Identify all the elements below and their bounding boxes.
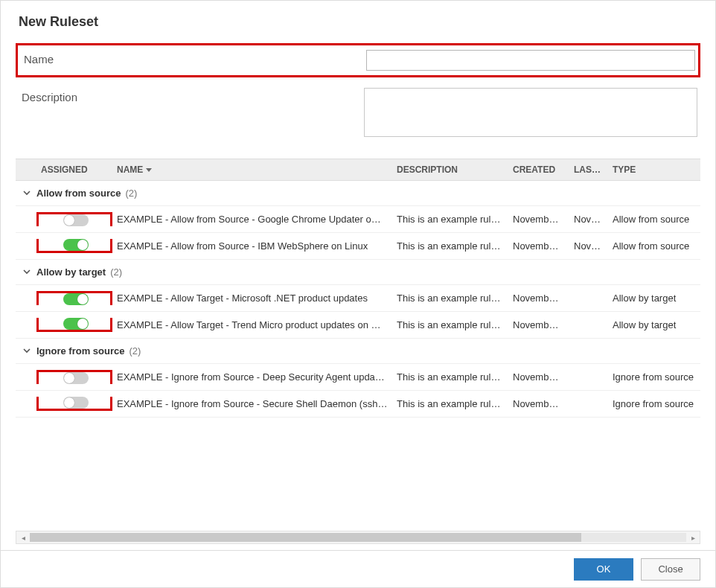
rule-last: Nov… xyxy=(569,240,608,252)
col-header-created[interactable]: CREATED xyxy=(508,164,569,175)
col-header-name[interactable]: NAME xyxy=(112,164,392,175)
assigned-toggle[interactable] xyxy=(63,318,89,330)
rule-type: Allow from source xyxy=(608,214,700,225)
table-header: ASSIGNED NAME DESCRIPTION CREATED LAS… T… xyxy=(16,159,700,181)
table-row[interactable]: EXAMPLE - Allow Target - Microsoft .NET … xyxy=(16,285,700,312)
scroll-thumb[interactable] xyxy=(30,533,581,542)
col-header-type[interactable]: TYPE xyxy=(608,164,700,175)
rule-name: EXAMPLE - Allow Target - Trend Micro pro… xyxy=(112,319,392,330)
chevron-down-icon xyxy=(20,266,33,278)
dialog-footer: OK Close xyxy=(1,550,715,587)
col-header-last[interactable]: LAS… xyxy=(569,164,608,175)
chevron-down-icon xyxy=(20,188,33,199)
rule-description: This is an example rule. … xyxy=(392,371,508,383)
group-label: Allow by target xyxy=(36,266,106,278)
rule-description: This is an example rule. … xyxy=(392,319,508,330)
ok-button[interactable]: OK xyxy=(574,558,633,581)
description-field-row: Description xyxy=(16,83,700,144)
rule-created: Novemb… xyxy=(508,371,569,383)
table-row[interactable]: EXAMPLE - Allow Target - Trend Micro pro… xyxy=(16,312,700,339)
description-label: Description xyxy=(22,88,364,103)
rule-created: Novemb… xyxy=(508,319,569,330)
group-row[interactable]: Ignore from source(2) xyxy=(16,339,700,364)
assigned-cell xyxy=(36,370,112,384)
rule-last: Nov… xyxy=(569,214,608,225)
scroll-track[interactable] xyxy=(30,533,686,542)
table-row[interactable]: EXAMPLE - Ignore from Source - Deep Secu… xyxy=(16,364,700,391)
rule-description: This is an example rule. … xyxy=(392,214,508,225)
rule-type: Allow from source xyxy=(608,240,700,252)
form-area: Name Description xyxy=(1,37,715,159)
assigned-toggle[interactable] xyxy=(63,397,89,409)
description-input[interactable] xyxy=(364,88,697,137)
scroll-left-icon[interactable]: ◂ xyxy=(18,532,28,543)
group-row[interactable]: Allow by target(2) xyxy=(16,260,700,285)
table-row[interactable]: EXAMPLE - Ignore from Source - Secure Sh… xyxy=(16,391,700,418)
rules-table: ASSIGNED NAME DESCRIPTION CREATED LAS… T… xyxy=(1,159,715,418)
assigned-cell xyxy=(36,318,112,332)
rule-description: This is an example rule. … xyxy=(392,240,508,252)
name-field-row: Name xyxy=(16,43,700,77)
rule-description: This is an example rule. … xyxy=(392,398,508,409)
group-label: Allow from source xyxy=(36,188,121,199)
assigned-toggle[interactable] xyxy=(63,293,89,305)
col-header-description[interactable]: DESCRIPTION xyxy=(392,164,508,175)
col-header-assigned[interactable]: ASSIGNED xyxy=(36,164,112,175)
assigned-cell xyxy=(36,212,112,226)
page-title: New Ruleset xyxy=(19,14,697,30)
group-count: (2) xyxy=(129,345,141,357)
assigned-cell xyxy=(36,397,112,411)
chevron-down-icon xyxy=(20,345,33,357)
name-input[interactable] xyxy=(366,50,695,71)
assigned-toggle[interactable] xyxy=(63,372,89,384)
rule-created: Novemb… xyxy=(508,240,569,252)
group-count: (2) xyxy=(125,188,137,199)
rule-name: EXAMPLE - Ignore from Source - Secure Sh… xyxy=(112,398,392,409)
close-button[interactable]: Close xyxy=(641,558,700,581)
rule-description: This is an example rule. … xyxy=(392,293,508,304)
rule-created: Novemb… xyxy=(508,214,569,225)
name-label: Name xyxy=(24,50,366,65)
rule-type: Allow by target xyxy=(608,293,700,304)
assigned-cell xyxy=(36,291,112,305)
assigned-toggle[interactable] xyxy=(63,239,89,251)
rule-name: EXAMPLE - Allow from Source - Google Chr… xyxy=(112,214,392,225)
group-count: (2) xyxy=(110,266,122,278)
group-label: Ignore from source xyxy=(36,345,124,357)
assigned-cell xyxy=(36,239,112,253)
table-row[interactable]: EXAMPLE - Allow from Source - Google Chr… xyxy=(16,206,700,233)
rule-type: Allow by target xyxy=(608,319,700,330)
rule-name: EXAMPLE - Allow Target - Microsoft .NET … xyxy=(112,293,392,304)
rule-name: EXAMPLE - Allow from Source - IBM WebSph… xyxy=(112,240,392,252)
dialog-header: New Ruleset xyxy=(1,1,715,37)
assigned-toggle[interactable] xyxy=(63,214,89,226)
table-row[interactable]: EXAMPLE - Allow from Source - IBM WebSph… xyxy=(16,233,700,260)
rule-created: Novemb… xyxy=(508,293,569,304)
group-row[interactable]: Allow from source(2) xyxy=(16,181,700,206)
rule-name: EXAMPLE - Ignore from Source - Deep Secu… xyxy=(112,371,392,383)
sort-descending-icon xyxy=(146,168,152,172)
rule-type: Ignore from source xyxy=(608,398,700,409)
rule-type: Ignore from source xyxy=(608,371,700,383)
rule-created: Novemb… xyxy=(508,398,569,409)
scroll-right-icon[interactable]: ▸ xyxy=(688,532,698,543)
horizontal-scrollbar[interactable]: ◂ ▸ xyxy=(16,531,700,544)
